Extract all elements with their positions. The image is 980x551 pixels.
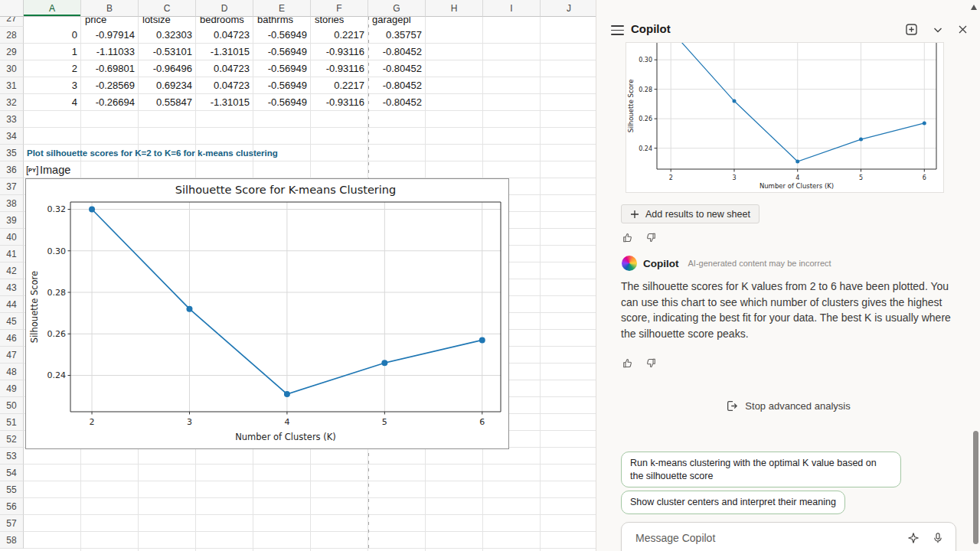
cell[interactable]: -0.80452 — [368, 44, 426, 60]
add-results-button[interactable]: Add results to new sheet — [621, 204, 760, 223]
row-header-30[interactable]: 30 — [0, 60, 24, 77]
cell[interactable]: 4 — [24, 94, 81, 111]
cell[interactable]: 0.32303 — [139, 27, 196, 44]
thumbs-up-button[interactable] — [621, 230, 635, 245]
cell[interactable]: -0.69801 — [81, 60, 139, 77]
copilot-chart-card[interactable]: 234560.240.260.280.30Number of Clusters … — [626, 42, 944, 193]
column-header-C[interactable]: C — [139, 0, 196, 17]
cell[interactable]: 0.04723 — [196, 77, 253, 94]
cell[interactable]: 0.2217 — [311, 27, 368, 44]
row-header-52[interactable]: 52 — [0, 431, 24, 448]
cell[interactable]: 0.2217 — [311, 77, 368, 94]
cell[interactable]: -0.56949 — [253, 27, 311, 44]
cell[interactable]: 1 — [24, 44, 81, 60]
row-header-57[interactable]: 57 — [0, 515, 24, 532]
microphone-button[interactable] — [930, 530, 946, 546]
scroll-up-icon[interactable] — [971, 5, 977, 10]
cell[interactable]: -0.26694 — [81, 94, 139, 111]
cell[interactable]: -0.96496 — [139, 60, 196, 77]
cell[interactable]: 3 — [24, 77, 81, 94]
prompt-guide-button[interactable] — [906, 530, 921, 546]
row-header-33[interactable]: 33 — [0, 111, 24, 128]
prompt-cell[interactable]: Plot silhouette scores for K=2 to K=6 fo… — [24, 145, 437, 161]
row-header-34[interactable]: 34 — [0, 128, 24, 145]
row-header-31[interactable]: 31 — [0, 77, 24, 94]
column-label-cell[interactable]: lotsize — [139, 17, 196, 27]
row-header-54[interactable]: 54 — [0, 465, 24, 481]
column-header-B[interactable]: B — [81, 0, 139, 17]
thumbs-down-button[interactable] — [643, 356, 658, 370]
row-header-32[interactable]: 32 — [0, 94, 24, 111]
suggestion-pill[interactable]: Run k-means clustering with the optimal … — [621, 452, 901, 487]
column-header-G[interactable]: G — [368, 0, 426, 17]
column-label-cell[interactable]: bedrooms — [196, 17, 253, 27]
thumbs-down-button[interactable] — [643, 230, 658, 245]
row-header-29[interactable]: 29 — [0, 44, 24, 60]
cell[interactable]: -0.56949 — [253, 60, 311, 77]
suggestion-pill[interactable]: Show cluster centers and interpret their… — [621, 491, 845, 514]
column-header-D[interactable]: D — [196, 0, 253, 17]
thumbs-up-button[interactable] — [621, 356, 635, 370]
cell[interactable]: 0 — [24, 27, 81, 44]
row-header-35[interactable]: 35 — [0, 145, 24, 161]
row-header-42[interactable]: 42 — [0, 262, 24, 279]
cell[interactable]: -0.93116 — [311, 44, 368, 60]
cell[interactable]: -0.56949 — [253, 77, 311, 94]
row-header-47[interactable]: 47 — [0, 347, 24, 364]
cell[interactable]: 0.35757 — [368, 27, 426, 44]
row-header-45[interactable]: 45 — [0, 313, 24, 330]
collapse-button[interactable] — [930, 22, 946, 37]
cell[interactable]: -0.93116 — [311, 60, 368, 77]
row-header-55[interactable]: 55 — [0, 481, 24, 498]
cell[interactable]: -0.80452 — [368, 94, 426, 111]
cell[interactable]: 0.04723 — [196, 60, 253, 77]
row-header-50[interactable]: 50 — [0, 397, 24, 414]
row-header-48[interactable]: 48 — [0, 364, 24, 380]
row-header-53[interactable]: 53 — [0, 448, 24, 465]
row-header-39[interactable]: 39 — [0, 212, 24, 229]
cell[interactable]: -0.93116 — [311, 94, 368, 111]
cell[interactable]: -0.53101 — [139, 44, 196, 60]
row-header-56[interactable]: 56 — [0, 498, 24, 515]
scrollbar-thumb[interactable] — [973, 431, 978, 544]
row-header-43[interactable]: 43 — [0, 279, 24, 296]
row-header-41[interactable]: 41 — [0, 246, 24, 262]
row-header-28[interactable]: 28 — [0, 27, 24, 44]
row-header-51[interactable]: 51 — [0, 414, 24, 431]
row-header-44[interactable]: 44 — [0, 296, 24, 313]
row-header-49[interactable]: 49 — [0, 380, 24, 397]
column-header-A[interactable]: A — [24, 0, 81, 17]
row-header-38[interactable]: 38 — [0, 195, 24, 212]
row-header-40[interactable]: 40 — [0, 229, 24, 246]
column-label-cell[interactable]: garagepl — [368, 17, 426, 27]
cell[interactable]: 0.04723 — [196, 27, 253, 44]
stop-advanced-analysis-button[interactable]: Stop advanced analysis — [596, 399, 980, 413]
row-header-58[interactable]: 58 — [0, 532, 24, 549]
cell[interactable]: -1.31015 — [196, 44, 253, 60]
row-header-27[interactable]: 27 — [0, 17, 24, 27]
column-header-I[interactable]: I — [483, 0, 541, 17]
cell[interactable]: -0.80452 — [368, 60, 426, 77]
column-label-cell[interactable]: price — [81, 17, 139, 27]
embedded-chart[interactable]: 234560.240.260.280.300.32Silhouette Scor… — [25, 178, 509, 449]
cell[interactable]: -0.56949 — [253, 44, 311, 60]
python-image-cell[interactable]: [PY]Image — [24, 161, 192, 178]
row-header-36[interactable]: 36 — [0, 161, 24, 178]
cell[interactable]: -0.80452 — [368, 77, 426, 94]
select-all-corner[interactable] — [0, 0, 24, 17]
cell[interactable]: 2 — [24, 60, 81, 77]
cell[interactable]: -0.28569 — [81, 77, 139, 94]
cell[interactable]: -0.56949 — [253, 94, 311, 111]
cell[interactable]: 0.55847 — [139, 94, 196, 111]
column-header-F[interactable]: F — [311, 0, 368, 17]
cell[interactable]: -1.31015 — [196, 94, 253, 111]
cell[interactable]: -0.97914 — [81, 27, 139, 44]
row-header-46[interactable]: 46 — [0, 330, 24, 347]
column-label-cell[interactable]: stories — [311, 17, 368, 27]
cell[interactable]: 0.69234 — [139, 77, 196, 94]
message-input[interactable] — [634, 531, 859, 545]
cell[interactable]: -1.11033 — [81, 44, 139, 60]
column-header-E[interactable]: E — [253, 0, 311, 17]
close-button[interactable] — [956, 22, 970, 37]
column-label-cell[interactable]: bathrms — [253, 17, 311, 27]
